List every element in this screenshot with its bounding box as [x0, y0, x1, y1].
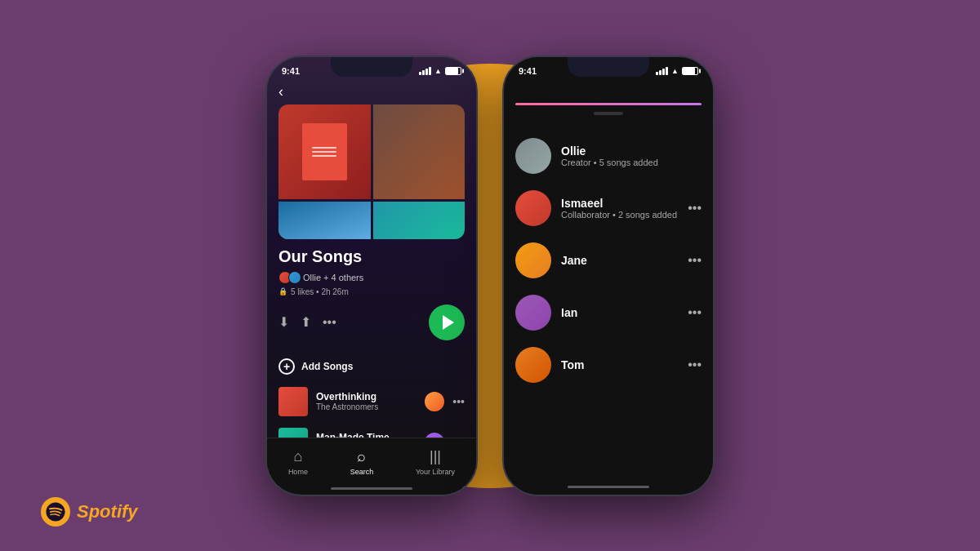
collab-role-ismaeel: Collaborator • 2 songs added [561, 210, 678, 220]
avatar-small-2 [288, 271, 301, 284]
collab-item-ollie[interactable]: Ollie Creator • 5 songs added [504, 130, 713, 182]
spotify-name: Spotify [77, 501, 138, 522]
signal-icon-1 [419, 67, 431, 75]
back-button[interactable]: ‹ [278, 83, 283, 100]
collab-name-ismaeel: Ismaeel [561, 197, 678, 210]
add-songs-button[interactable]: + Add Songs [267, 352, 476, 381]
song-info-1: Overthinking The Astronomers [316, 391, 416, 411]
song-title-1: Overthinking [316, 391, 416, 402]
playlist-meta: Ollie + 4 others [278, 271, 465, 284]
collab-more-jane[interactable]: ••• [688, 253, 702, 268]
wifi-icon-2: ▲ [671, 67, 679, 75]
album-art-3 [278, 202, 371, 239]
nav-search[interactable]: ⌕ Search [350, 448, 374, 476]
collaborators-list: Ollie Creator • 5 songs added Ismaeel Co… [504, 122, 713, 399]
notch-2 [568, 57, 649, 77]
collab-item-tom[interactable]: Tom ••• [504, 339, 713, 391]
time-1: 9:41 [282, 66, 300, 76]
more-icon[interactable]: ••• [323, 315, 336, 330]
song-more-1[interactable]: ••• [452, 395, 465, 408]
plus-icon: + [278, 358, 295, 375]
album-grid [278, 104, 465, 239]
collab-item-ian[interactable]: Ian ••• [504, 287, 713, 339]
nav-home-label: Home [288, 468, 308, 476]
playlist-info: Our Songs Ollie + 4 others 🔒 5 likes • 2… [267, 247, 476, 340]
song-artist-1: The Astronomers [316, 402, 416, 411]
playlist-stats-text: 5 likes • 2h 26m [291, 287, 349, 296]
collab-role-ollie: Creator • 5 songs added [561, 158, 702, 167]
spotify-logo: Spotify [41, 497, 138, 527]
collab-name-tom: Tom [561, 358, 678, 371]
collab-item-jane[interactable]: Jane ••• [504, 234, 713, 287]
battery-icon-2 [682, 67, 698, 75]
collab-info-ian: Ian [561, 306, 678, 319]
collab-more-ian[interactable]: ••• [688, 305, 702, 320]
album-art-2 [373, 104, 466, 199]
notch-1 [331, 57, 412, 77]
playlist-author: Ollie + 4 others [303, 273, 363, 282]
collab-item-ismaeel[interactable]: Ismaeel Collaborator • 2 songs added ••• [504, 182, 713, 234]
collab-avatar-jane [515, 242, 551, 278]
song-user-avatar-1 [425, 392, 444, 411]
nav-library-label: Your Library [416, 468, 455, 476]
playlist-title: Our Songs [278, 247, 465, 266]
playlist-stats: 🔒 5 likes • 2h 26m [278, 287, 465, 296]
nav-home[interactable]: ⌂ Home [288, 448, 308, 476]
nav-library[interactable]: ||| Your Library [416, 448, 455, 476]
lock-icon: 🔒 [278, 287, 287, 295]
song-thumb-1 [278, 387, 308, 416]
album-art-1 [278, 104, 371, 199]
play-button[interactable] [429, 304, 465, 340]
share-icon[interactable]: ⬆ [301, 314, 311, 330]
home-indicator-2 [568, 486, 649, 488]
collab-avatar-tom [515, 347, 551, 383]
drag-indicator [594, 112, 623, 115]
collab-info-tom: Tom [561, 358, 678, 371]
collab-info-ollie: Ollie Creator • 5 songs added [561, 144, 702, 167]
home-indicator-1 [331, 487, 412, 490]
add-songs-label: Add Songs [301, 361, 353, 372]
collab-name-ian: Ian [561, 306, 678, 319]
play-triangle [443, 315, 454, 330]
pink-progress-bar [515, 103, 702, 105]
collaborator-avatars [278, 271, 298, 284]
collab-more-tom[interactable]: ••• [688, 358, 702, 372]
song-item-1[interactable]: Overthinking The Astronomers ••• [278, 381, 465, 422]
phone-1: 9:41 ▲ ‹ [265, 56, 478, 496]
collab-info-ismaeel: Ismaeel Collaborator • 2 songs added [561, 197, 678, 220]
library-icon: ||| [430, 448, 441, 465]
spotify-icon [41, 497, 70, 527]
bottom-nav: ⌂ Home ⌕ Search ||| Your Library [267, 438, 476, 495]
status-icons-2: ▲ [656, 67, 698, 75]
time-2: 9:41 [519, 66, 537, 76]
nav-search-label: Search [350, 468, 374, 476]
search-icon: ⌕ [357, 448, 366, 465]
wifi-icon-1: ▲ [434, 67, 442, 75]
collab-avatar-ian [515, 295, 551, 331]
phone-2: 9:41 ▲ [502, 56, 715, 496]
album-art-4 [373, 202, 466, 239]
status-icons-1: ▲ [419, 67, 461, 75]
phones-container: 9:41 ▲ ‹ [265, 56, 715, 496]
battery-icon-1 [445, 67, 461, 75]
download-icon[interactable]: ⬇ [278, 314, 289, 330]
home-icon: ⌂ [293, 448, 302, 465]
collab-avatar-ismaeel [515, 190, 551, 226]
signal-icon-2 [656, 67, 668, 75]
collab-name-ollie: Ollie [561, 144, 702, 158]
collab-more-ismaeel[interactable]: ••• [688, 201, 702, 216]
svg-point-0 [41, 497, 70, 527]
collab-name-jane: Jane [561, 254, 678, 267]
collab-avatar-ollie [515, 138, 551, 174]
playlist-controls: ⬇ ⬆ ••• [278, 304, 465, 340]
collab-info-jane: Jane [561, 254, 678, 267]
